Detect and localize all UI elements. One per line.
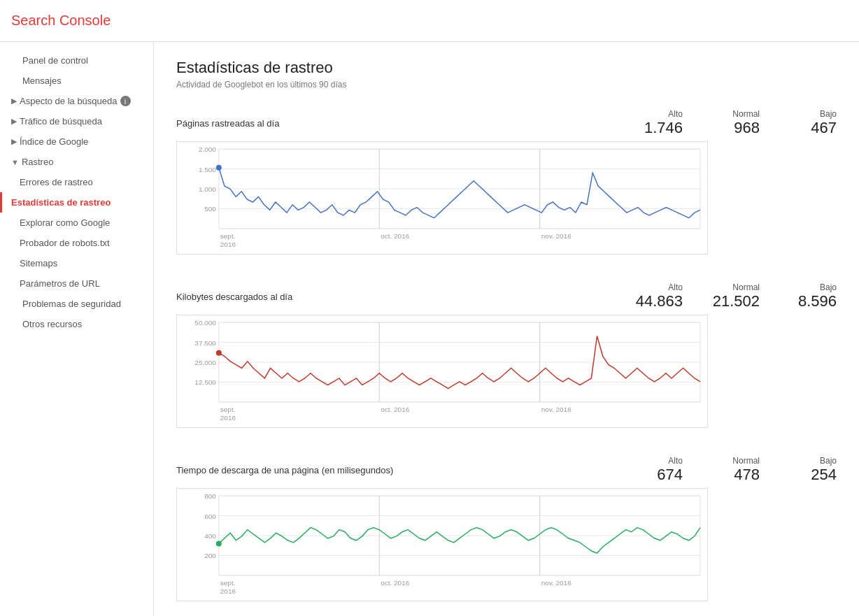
chart-stats-kilobytes-descargados: Alto44.863Normal21.502Bajo8.596 bbox=[606, 282, 837, 310]
sidebar-label: Mensajes bbox=[22, 76, 62, 86]
sidebar-label: Panel de control bbox=[22, 55, 88, 66]
svg-text:37.500: 37.500 bbox=[194, 339, 216, 347]
sidebar-label: Índice de Google bbox=[20, 136, 88, 147]
svg-text:oct. 2016: oct. 2016 bbox=[381, 232, 409, 240]
sidebar-label: Otros recursos bbox=[22, 319, 82, 329]
svg-point-33 bbox=[216, 350, 222, 356]
chart-svg-kilobytes-descargados: 50.00037.50025.00012.500sept.2016oct. 20… bbox=[177, 315, 707, 427]
sidebar: Panel de controlMensajes▶Aspecto de la b… bbox=[0, 42, 154, 616]
sidebar-label: Problemas de seguridad bbox=[22, 299, 121, 309]
chart-svg-tiempo-descarga: 800600400200sept.2016oct. 2016nov. 2016 bbox=[177, 489, 707, 601]
sidebar-item-mensajes[interactable]: Mensajes bbox=[0, 71, 153, 91]
page-subtitle: Actividad de Googlebot en los últimos 90… bbox=[176, 80, 837, 89]
chart-title-row-paginas-rastreadas: Páginas rastreadas al díaAlto1.746Normal… bbox=[176, 109, 837, 137]
chart-title-tiempo-descarga: Tiempo de descarga de una página (en mil… bbox=[176, 465, 393, 475]
chart-title-paginas-rastreadas: Páginas rastreadas al día bbox=[176, 118, 279, 129]
svg-point-50 bbox=[216, 540, 222, 546]
sidebar-label: Explorar como Google bbox=[20, 217, 110, 228]
svg-text:800: 800 bbox=[204, 492, 216, 500]
sidebar-label: Tráfico de búsqueda bbox=[20, 116, 102, 127]
chart-container-paginas-rastreadas: 2.0001.5001.000500sept.2016oct. 2016nov.… bbox=[176, 141, 708, 255]
stat-bajo: Bajo467 bbox=[760, 109, 837, 137]
sidebar-item-probador-robots[interactable]: Probador de robots.txt bbox=[0, 233, 153, 253]
svg-text:600: 600 bbox=[204, 513, 216, 520]
arrow-icon: ▼ bbox=[11, 158, 19, 166]
svg-text:2016: 2016 bbox=[220, 587, 236, 595]
app-title: Search Console bbox=[11, 13, 111, 29]
svg-text:nov. 2016: nov. 2016 bbox=[541, 579, 572, 587]
layout: Panel de controlMensajes▶Aspecto de la b… bbox=[0, 42, 859, 616]
sidebar-item-problemas-seguridad[interactable]: Problemas de seguridad bbox=[0, 294, 153, 314]
chart-title-kilobytes-descargados: Kilobytes descargados al día bbox=[176, 292, 292, 302]
sidebar-item-parametros-url[interactable]: Parámetros de URL bbox=[0, 273, 153, 294]
sidebar-item-indice-google[interactable]: ▶Índice de Google bbox=[0, 131, 153, 152]
sidebar-label: Parámetros de URL bbox=[20, 278, 100, 289]
chart-title-row-kilobytes-descargados: Kilobytes descargados al díaAlto44.863No… bbox=[176, 282, 837, 310]
svg-text:sept.: sept. bbox=[220, 232, 236, 240]
svg-text:2016: 2016 bbox=[220, 414, 236, 422]
svg-text:200: 200 bbox=[204, 552, 216, 559]
svg-text:1.500: 1.500 bbox=[199, 166, 216, 173]
stat-alto: Alto674 bbox=[606, 456, 683, 484]
sidebar-item-sitemaps[interactable]: Sitemaps bbox=[0, 253, 153, 273]
svg-text:oct. 2016: oct. 2016 bbox=[381, 579, 409, 587]
sidebar-label: Errores de rastreo bbox=[20, 177, 93, 187]
sidebar-item-explorar-google[interactable]: Explorar como Google bbox=[0, 213, 153, 233]
stat-bajo: Bajo254 bbox=[760, 456, 837, 484]
sidebar-item-errores-rastreo[interactable]: Errores de rastreo bbox=[0, 172, 153, 192]
svg-text:oct. 2016: oct. 2016 bbox=[381, 406, 409, 413]
svg-text:500: 500 bbox=[204, 205, 216, 213]
chart-section-paginas-rastreadas: Páginas rastreadas al díaAlto1.746Normal… bbox=[176, 109, 837, 255]
sidebar-item-estadisticas-rastreo[interactable]: Estadísticas de rastreo bbox=[0, 192, 153, 213]
charts-container: Páginas rastreadas al díaAlto1.746Normal… bbox=[176, 109, 837, 601]
stat-bajo: Bajo8.596 bbox=[760, 282, 837, 310]
sidebar-label: Estadísticas de rastreo bbox=[11, 197, 111, 208]
svg-text:sept.: sept. bbox=[220, 406, 236, 413]
chart-container-tiempo-descarga: 800600400200sept.2016oct. 2016nov. 2016 bbox=[176, 488, 708, 601]
svg-text:50.000: 50.000 bbox=[194, 319, 216, 327]
svg-text:25.000: 25.000 bbox=[194, 359, 216, 366]
svg-text:2016: 2016 bbox=[220, 241, 236, 248]
info-icon: i bbox=[120, 96, 131, 106]
sidebar-label: Aspecto de la búsqueda bbox=[20, 96, 118, 106]
chart-svg-paginas-rastreadas: 2.0001.5001.000500sept.2016oct. 2016nov.… bbox=[177, 142, 707, 254]
arrow-icon: ▶ bbox=[11, 137, 17, 146]
svg-text:12.500: 12.500 bbox=[194, 378, 216, 386]
chart-stats-paginas-rastreadas: Alto1.746Normal968Bajo467 bbox=[606, 109, 837, 137]
svg-point-16 bbox=[216, 165, 222, 171]
sidebar-label: Rastreo bbox=[22, 157, 54, 167]
stat-alto: Alto44.863 bbox=[606, 282, 683, 310]
chart-section-kilobytes-descargados: Kilobytes descargados al díaAlto44.863No… bbox=[176, 282, 837, 428]
chart-title-row-tiempo-descarga: Tiempo de descarga de una página (en mil… bbox=[176, 456, 837, 484]
sidebar-label: Probador de robots.txt bbox=[20, 238, 110, 248]
svg-text:sept.: sept. bbox=[220, 579, 236, 587]
svg-text:1.000: 1.000 bbox=[199, 185, 216, 193]
stat-normal: Normal478 bbox=[683, 456, 760, 484]
page-title: Estadísticas de rastreo bbox=[176, 59, 837, 77]
stat-normal: Normal968 bbox=[683, 109, 760, 137]
chart-section-tiempo-descarga: Tiempo de descarga de una página (en mil… bbox=[176, 456, 837, 601]
sidebar-item-panel-control[interactable]: Panel de control bbox=[0, 50, 153, 71]
svg-text:2.000: 2.000 bbox=[199, 145, 216, 153]
sidebar-item-trafico-busqueda[interactable]: ▶Tráfico de búsqueda bbox=[0, 111, 153, 131]
header: Search Console bbox=[0, 0, 859, 42]
chart-container-kilobytes-descargados: 50.00037.50025.00012.500sept.2016oct. 20… bbox=[176, 315, 708, 428]
svg-text:nov. 2016: nov. 2016 bbox=[541, 406, 572, 413]
stat-normal: Normal21.502 bbox=[683, 282, 760, 310]
sidebar-item-rastreo[interactable]: ▼Rastreo bbox=[0, 152, 153, 172]
sidebar-item-aspecto-busqueda[interactable]: ▶Aspecto de la búsquedai bbox=[0, 91, 153, 111]
svg-text:400: 400 bbox=[204, 532, 216, 540]
sidebar-label: Sitemaps bbox=[20, 258, 57, 268]
arrow-icon: ▶ bbox=[11, 96, 17, 106]
svg-text:nov. 2016: nov. 2016 bbox=[541, 232, 572, 240]
chart-stats-tiempo-descarga: Alto674Normal478Bajo254 bbox=[606, 456, 837, 484]
main-content: Estadísticas de rastreo Actividad de Goo… bbox=[154, 42, 859, 616]
sidebar-item-otros-recursos[interactable]: Otros recursos bbox=[0, 314, 153, 334]
arrow-icon: ▶ bbox=[11, 117, 17, 126]
stat-alto: Alto1.746 bbox=[606, 109, 683, 137]
